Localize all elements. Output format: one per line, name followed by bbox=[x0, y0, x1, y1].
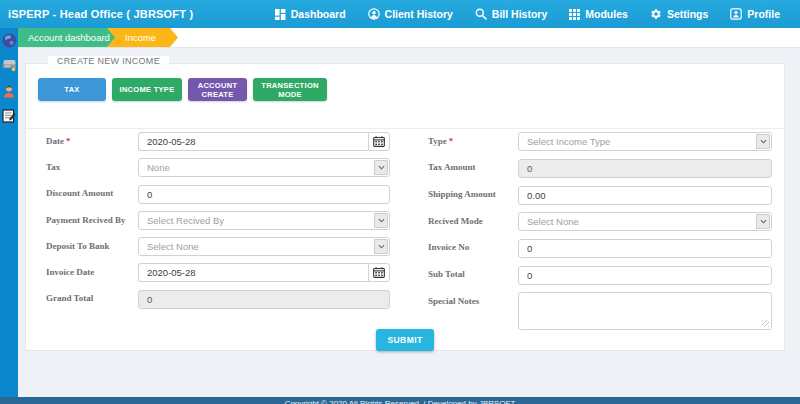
tab-account-create[interactable]: ACCOUNT CREATE bbox=[188, 78, 247, 101]
form-row-discount-amount: Discount Amount bbox=[46, 184, 390, 204]
discount-amount-input[interactable] bbox=[138, 185, 390, 204]
drive-icon[interactable] bbox=[2, 58, 17, 73]
chevron-down-icon bbox=[374, 160, 388, 175]
form-row-grand-total: Grand Total bbox=[46, 289, 390, 309]
nav-bill-history[interactable]: Bill History bbox=[475, 8, 547, 20]
breadcrumb-income[interactable]: Income bbox=[107, 28, 178, 47]
panel-title: CREATE NEW INCOME bbox=[48, 56, 169, 66]
form-row-tax: Tax None bbox=[46, 158, 390, 177]
profile-icon bbox=[730, 8, 742, 20]
income-form: Date* Tax bbox=[26, 129, 784, 341]
nav-profile[interactable]: Profile bbox=[730, 8, 780, 20]
notepad-icon[interactable] bbox=[2, 108, 17, 123]
nav-modules[interactable]: Modules bbox=[569, 8, 628, 20]
form-row-sub-total: Sub Total bbox=[428, 265, 772, 285]
breadcrumb: Account dashboard Income bbox=[18, 28, 800, 48]
user-icon[interactable] bbox=[2, 83, 17, 98]
form-row-shipping-amount: Shipping Amount bbox=[428, 185, 772, 205]
modules-icon bbox=[569, 9, 580, 20]
sub-total-input[interactable] bbox=[518, 266, 772, 285]
submit-button[interactable]: SUBMIT bbox=[376, 329, 435, 351]
form-column-right: Type* Select Income Type Tax Amount bbox=[428, 132, 772, 341]
breadcrumb-account-dashboard[interactable]: Account dashboard bbox=[18, 28, 115, 47]
calendar-icon[interactable] bbox=[368, 263, 390, 282]
form-row-tax-amount: Tax Amount bbox=[428, 158, 772, 178]
left-sidebar bbox=[0, 28, 18, 397]
chevron-down-icon bbox=[756, 134, 770, 149]
create-new-income-panel: CREATE NEW INCOME TAX INCOME TYPE ACCOUN… bbox=[25, 63, 785, 351]
invoice-date-input[interactable] bbox=[138, 263, 368, 282]
tab-tax[interactable]: TAX bbox=[38, 78, 106, 101]
dashboard-icon bbox=[275, 9, 286, 20]
chevron-down-icon bbox=[756, 214, 770, 229]
footer: Copyright © 2020 All Rights Reserved. | … bbox=[0, 397, 800, 404]
content-area: CREATE NEW INCOME TAX INCOME TYPE ACCOUN… bbox=[18, 48, 800, 397]
form-row-recived-mode: Recived Mode Select None bbox=[428, 212, 772, 231]
form-row-invoice-date: Invoice Date bbox=[46, 263, 390, 282]
tax-select[interactable]: None bbox=[138, 158, 390, 177]
grand-total-input bbox=[138, 290, 390, 309]
form-row-date: Date* bbox=[46, 132, 390, 151]
form-row-type: Type* Select Income Type bbox=[428, 132, 772, 151]
tax-amount-input bbox=[518, 159, 772, 178]
income-type-select[interactable]: Select Income Type bbox=[518, 132, 772, 151]
required-asterisk: * bbox=[66, 136, 71, 146]
form-row-payment-recived-by: Payment Recived By Select Recived By bbox=[46, 211, 390, 230]
top-navigation: Dashboard Client History Bill History Mo… bbox=[275, 8, 800, 20]
nav-settings[interactable]: Settings bbox=[650, 8, 708, 20]
special-notes-textarea[interactable] bbox=[518, 292, 772, 330]
bill-history-icon bbox=[475, 8, 487, 20]
client-history-icon bbox=[368, 8, 380, 20]
calendar-icon[interactable] bbox=[368, 132, 390, 151]
payment-recived-by-select[interactable]: Select Recived By bbox=[138, 211, 390, 230]
shipping-amount-input[interactable] bbox=[518, 186, 772, 205]
form-row-special-notes: Special Notes bbox=[428, 292, 772, 334]
form-row-invoice-no: Invoice No bbox=[428, 238, 772, 258]
chevron-down-icon bbox=[374, 239, 388, 254]
top-header: iSPERP - Head Office ( JBRSOFT ) Dashboa… bbox=[0, 0, 800, 28]
submit-row: SUBMIT bbox=[26, 329, 784, 351]
invoice-no-input[interactable] bbox=[518, 239, 772, 258]
chevron-down-icon bbox=[374, 213, 388, 228]
form-column-left: Date* Tax bbox=[46, 132, 390, 341]
date-input[interactable] bbox=[138, 132, 368, 151]
nav-client-history[interactable]: Client History bbox=[368, 8, 453, 20]
footer-copyright: Copyright © 2020 All Rights Reserved. | … bbox=[285, 399, 516, 404]
settings-icon bbox=[650, 8, 662, 20]
deposit-to-bank-select[interactable]: Select None bbox=[138, 237, 390, 256]
form-row-deposit-to-bank: Deposit To Bank Select None bbox=[46, 237, 390, 256]
tab-transection-mode[interactable]: TRANSECTION MODE bbox=[253, 78, 327, 101]
nav-dashboard[interactable]: Dashboard bbox=[275, 8, 346, 20]
app-window: iSPERP - Head Office ( JBRSOFT ) Dashboa… bbox=[0, 0, 800, 404]
tab-income-type[interactable]: INCOME TYPE bbox=[112, 78, 182, 101]
recived-mode-select[interactable]: Select None bbox=[518, 212, 772, 231]
globe-icon[interactable] bbox=[2, 33, 17, 48]
app-title: iSPERP - Head Office ( JBRSOFT ) bbox=[0, 8, 193, 20]
panel-tabs: TAX INCOME TYPE ACCOUNT CREATE TRANSECTI… bbox=[38, 78, 784, 101]
required-asterisk: * bbox=[449, 136, 454, 146]
